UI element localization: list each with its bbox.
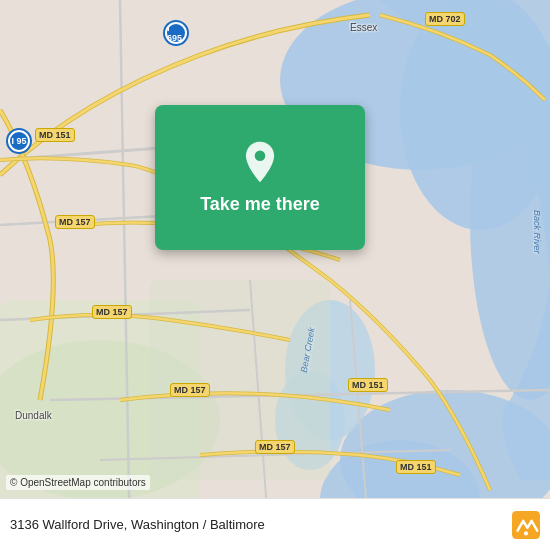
road-label-md151a: MD 151 [35,128,75,142]
take-me-there-label: Take me there [200,194,320,215]
map-container: I 695 I 95 MD 702 MD 151 MD 157 MD 157 M… [0,0,550,550]
road-label-md157d: MD 157 [255,440,295,454]
water-label-back-river: Back River [532,210,542,254]
place-label-essex: Essex [350,22,377,33]
svg-point-18 [255,151,266,162]
place-label-dundalk: Dundalk [15,410,52,421]
road-label-md702: MD 702 [425,12,465,26]
svg-point-20 [524,531,528,535]
moovit-icon [512,511,540,539]
location-pin-icon [238,140,282,184]
take-me-there-card[interactable]: Take me there [155,105,365,250]
map-svg [0,0,550,550]
road-label-md157a: MD 157 [55,215,95,229]
address-text: 3136 Wallford Drive, Washington / Baltim… [10,517,265,532]
road-label-i95: I 95 [8,130,30,152]
road-label-md157c: MD 157 [170,383,210,397]
road-label-md151c: MD 151 [396,460,436,474]
road-label-md151b: MD 151 [348,378,388,392]
road-label-md157b: MD 157 [92,305,132,319]
bottom-bar: 3136 Wallford Drive, Washington / Baltim… [0,498,550,550]
road-label-i695: I 695 [165,22,187,44]
map-attribution: © OpenStreetMap contributors [6,475,150,490]
moovit-logo [512,511,540,539]
